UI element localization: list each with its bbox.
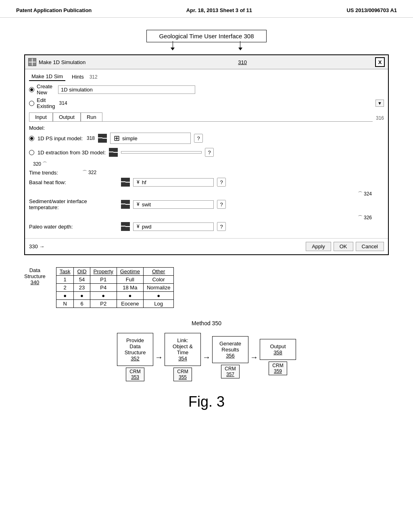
flow-step-1: ProvideDataStructure352 CRM353 — [117, 333, 153, 381]
ok-button[interactable]: OK — [334, 242, 353, 251]
swit-text: swit — [142, 202, 151, 208]
pwd-value: ¥ pwd — [133, 222, 214, 231]
flow-arrow-1: → — [155, 353, 163, 362]
col-geotime: Geotime — [117, 268, 143, 276]
tab-input[interactable]: Input — [29, 112, 53, 121]
annot-330: 330 → — [29, 243, 44, 249]
help-btn-3[interactable]: ? — [217, 178, 226, 187]
ds-number: 340 — [24, 279, 46, 285]
crm-box-3: CRM357 — [221, 365, 239, 378]
tab-make1dsim[interactable]: Make 1D Sim — [29, 73, 65, 81]
flow-box-4: Output358 — [260, 339, 296, 360]
annot-320: 320 ⌒ — [33, 161, 384, 168]
annot-322-top: ⌒ 322 — [82, 169, 96, 176]
basal-heat-btn[interactable] — [121, 178, 130, 187]
pwd-label: Paleo water depth: — [29, 224, 118, 230]
crm-box-1: CRM353 — [126, 368, 144, 381]
pwd-icon: ¥ — [137, 224, 140, 229]
model-value-1: ⊞ simple — [110, 133, 191, 144]
sim-text-input[interactable] — [58, 85, 195, 94]
ds-label: DataStructure 340 — [24, 267, 46, 285]
model-row-1: 1D PS input model: 318 ⊞ simple ? — [29, 133, 384, 144]
cancel-button[interactable]: Cancel — [356, 242, 384, 251]
cell-4-5: Log — [143, 300, 174, 308]
model-btn-1[interactable] — [98, 134, 107, 143]
field-swit: Sediment/water interface temperature: ¥ … — [29, 198, 384, 210]
col-oid: OID — [74, 268, 90, 276]
annot-316: 316 — [376, 115, 384, 121]
model-btn-2[interactable] — [109, 148, 118, 157]
method-section: Method 350 ProvideDataStructure352 CRM35… — [24, 320, 389, 381]
tab-hints[interactable]: Hints — [69, 73, 86, 81]
close-button[interactable]: X — [375, 57, 385, 67]
help-btn-4[interactable]: ? — [217, 200, 226, 209]
cell-4-2: 6 — [74, 300, 90, 308]
table-row: 1 54 P1 Full Color — [56, 276, 174, 284]
flow-box-2: Link:Object &Time354 — [165, 333, 201, 366]
help-btn-2[interactable]: ? — [205, 148, 214, 157]
cell-2-5: Normalize — [143, 284, 174, 292]
cell-2-2: 23 — [74, 284, 90, 292]
table-row: N 6 P2 Eocene Log — [56, 300, 174, 308]
col-other: Other — [143, 268, 174, 276]
cell-2-3: P4 — [90, 284, 117, 292]
cell-2-1: 2 — [56, 284, 74, 292]
method-title: Method 350 — [24, 320, 389, 326]
cell-1-3: P1 — [90, 276, 117, 284]
cell-1-1: 1 — [56, 276, 74, 284]
pwd-btn[interactable] — [121, 222, 130, 231]
table-row: ● ● ● ● ● — [56, 292, 174, 300]
swit-btn[interactable] — [121, 200, 130, 209]
cell-3-1: ● — [56, 292, 74, 300]
flow-box-1: ProvideDataStructure352 — [117, 333, 153, 366]
cell-1-4: Full — [117, 276, 143, 284]
cell-1-5: Color — [143, 276, 174, 284]
data-structure-section: DataStructure 340 Task OID Property Geot… — [24, 267, 389, 308]
cell-2-4: 18 Ma — [117, 284, 143, 292]
ds-table: Task OID Property Geotime Other 1 54 P1 … — [56, 267, 174, 308]
flow-step-4: Output358 CRM359 — [260, 339, 296, 375]
crm-box-4: CRM359 — [269, 362, 287, 375]
flow-arrow-2: → — [202, 353, 211, 362]
annot-318: 318 — [87, 135, 95, 141]
swit-label: Sediment/water interface temperature: — [29, 198, 118, 210]
radio-edit-existing[interactable] — [29, 101, 34, 106]
col-task: Task — [56, 268, 74, 276]
help-btn-5[interactable]: ? — [217, 222, 226, 231]
model-row-2: 1D extraction from 3D model: ? — [29, 148, 384, 157]
table-row: 2 23 P4 18 Ma Normalize — [56, 284, 174, 292]
help-btn-1[interactable]: ? — [194, 134, 203, 143]
cell-3-3: ● — [90, 292, 117, 300]
flow-box-3: GenerateResults356 — [212, 336, 248, 363]
cell-4-1: N — [56, 300, 74, 308]
flow-arrow-3: → — [250, 353, 258, 362]
geo-title-text: Geological Time User Interface 308 — [159, 33, 254, 39]
cell-3-4: ● — [117, 292, 143, 300]
flow-step-2: Link:Object &Time354 CRM355 — [165, 333, 201, 381]
dialog-titlebar: Make 1D Simulation 310 X — [25, 55, 388, 69]
model-value-2 — [121, 151, 202, 154]
radio-1dps[interactable] — [29, 136, 34, 141]
basal-heat-value: ¥ hf — [133, 178, 214, 187]
apply-button[interactable]: Apply — [306, 242, 331, 251]
model-3d-label: 1D extraction from 3D model: — [38, 150, 106, 156]
cell-4-4: Eocene — [117, 300, 143, 308]
patent-header: Patent Application Publication Apr. 18, … — [0, 0, 413, 18]
field-basal-heat: Basal heat flow: ¥ hf ? — [29, 178, 384, 187]
tab-output[interactable]: Output — [53, 112, 81, 121]
radio-create-label: CreateNew — [37, 83, 52, 96]
tab-run[interactable]: Run — [81, 112, 102, 121]
crm-box-2: CRM355 — [173, 368, 192, 381]
radio-create-new[interactable] — [29, 87, 34, 92]
cell-4-3: P2 — [90, 300, 117, 308]
dialog-window: Make 1D Simulation 310 X Make 1D Sim Hin… — [24, 54, 389, 255]
model-icon-1: ⊞ — [114, 134, 120, 143]
time-trends-label: Time trends: — [29, 170, 58, 176]
fig-label: Fig. 3 — [24, 393, 389, 410]
dropdown-arrow[interactable]: ▼ — [375, 100, 384, 107]
radio-3d[interactable] — [29, 150, 34, 155]
cell-3-2: ● — [74, 292, 90, 300]
pwd-text: pwd — [142, 224, 152, 230]
grid-icon — [28, 58, 36, 66]
annot-314: 314 — [59, 100, 67, 106]
